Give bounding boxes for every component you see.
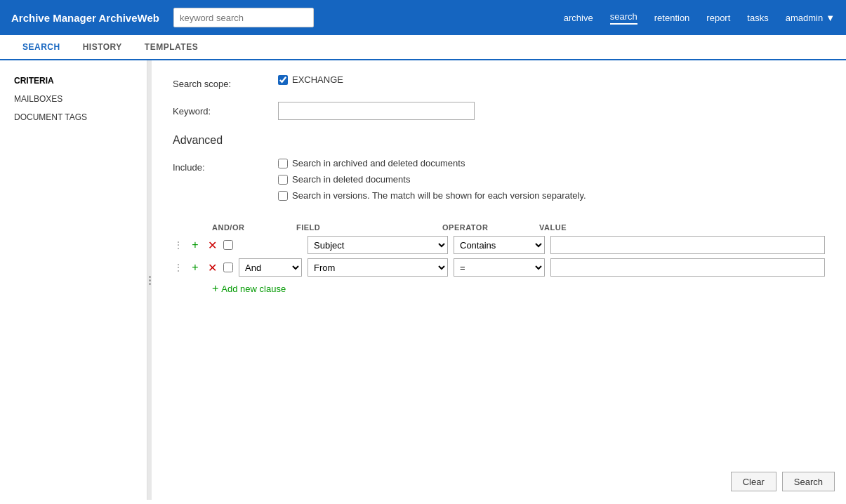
header-nav: archive search retention report tasks am… xyxy=(564,11,835,25)
search-scope-row: Search scope: EXCHANGE xyxy=(173,74,825,91)
clause-andor-select-1[interactable]: And Or xyxy=(239,258,302,277)
col-operator-label: OPERATOR xyxy=(442,223,534,232)
exchange-checkbox[interactable] xyxy=(278,75,288,85)
col-value-label: VALUE xyxy=(539,223,825,232)
nav-report[interactable]: report xyxy=(706,13,730,23)
clause-section: AND/OR FIELD OPERATOR VALUE ⋮ + ✕ xyxy=(173,223,825,295)
col-andor-label: AND/OR xyxy=(212,223,275,232)
tabs-bar: SEARCH HISTORY TEMPLATES xyxy=(0,35,846,60)
clause-row-1: ⋮ + ✕ And Or Subject From To Date Body xyxy=(173,258,825,277)
include-option-0: Search in archived and deleted documents xyxy=(278,158,825,168)
resize-dot xyxy=(149,279,151,281)
tab-history[interactable]: HISTORY xyxy=(72,35,133,59)
include-option-1: Search in deleted documents xyxy=(278,174,825,185)
drag-handle-icon-1[interactable]: ⋮ xyxy=(173,262,184,273)
include-label-0: Search in archived and deleted documents xyxy=(292,158,465,168)
chevron-down-icon: ▼ xyxy=(826,13,835,23)
sidebar-item-mailboxes[interactable]: MAILBOXES xyxy=(0,90,147,108)
clause-header: AND/OR FIELD OPERATOR VALUE xyxy=(173,223,825,232)
sidebar-item-document-tags[interactable]: DOCUMENT TAGS xyxy=(0,108,147,126)
content-wrapper: Search scope: EXCHANGE Keyword: Advanced xyxy=(152,60,846,500)
clause-checkbox-0[interactable] xyxy=(223,240,233,250)
resize-dot xyxy=(149,276,151,278)
remove-clause-row-1-button[interactable]: ✕ xyxy=(206,261,218,274)
search-scope-label: Search scope: xyxy=(173,74,278,89)
include-checkbox-2[interactable] xyxy=(278,191,288,201)
keyword-label: Keyword: xyxy=(173,102,278,117)
keyword-control xyxy=(278,102,825,120)
search-button[interactable]: Search xyxy=(782,472,835,491)
nav-amadmin[interactable]: amadmin ▼ xyxy=(786,13,835,23)
sidebar: CRITERIA MAILBOXES DOCUMENT TAGS xyxy=(0,60,147,500)
clause-field-select-1[interactable]: Subject From To Date Body xyxy=(308,258,448,277)
app-title: Archive Manager ArchiveWeb xyxy=(11,12,159,24)
header: Archive Manager ArchiveWeb archive searc… xyxy=(0,0,846,35)
search-scope-control: EXCHANGE xyxy=(278,74,825,91)
clause-operator-select-0[interactable]: Contains Does not contain = != xyxy=(454,236,545,254)
main-layout: CRITERIA MAILBOXES DOCUMENT TAGS Search … xyxy=(0,60,846,500)
add-clause-label: Add new clause xyxy=(221,284,286,294)
add-clause-row-0-button[interactable]: + xyxy=(190,239,201,251)
clause-value-input-1[interactable]: amadmin xyxy=(550,258,825,277)
footer: Clear Search xyxy=(720,463,846,500)
exchange-checkbox-row: EXCHANGE xyxy=(278,74,825,85)
col-field-label: FIELD xyxy=(296,223,437,232)
content: Search scope: EXCHANGE Keyword: Advanced xyxy=(152,60,846,309)
include-label: Include: xyxy=(173,158,278,173)
clause-row-0: ⋮ + ✕ Subject From To Date Body xyxy=(173,236,825,254)
drag-handle-icon[interactable]: ⋮ xyxy=(173,239,184,251)
add-new-clause-button[interactable]: + Add new clause xyxy=(173,282,825,295)
include-label-1: Search in deleted documents xyxy=(292,174,410,185)
clause-checkbox-1[interactable] xyxy=(223,263,233,272)
add-clause-plus-icon: + xyxy=(212,282,218,295)
nav-tasks[interactable]: tasks xyxy=(747,13,768,23)
include-row: Include: Search in archived and deleted … xyxy=(173,158,825,206)
nav-retention[interactable]: retention xyxy=(654,13,690,23)
nav-archive[interactable]: archive xyxy=(564,13,593,23)
advanced-title: Advanced xyxy=(173,134,825,147)
exchange-label: EXCHANGE xyxy=(292,74,343,85)
tab-search[interactable]: SEARCH xyxy=(11,35,72,60)
clause-value-input-0[interactable]: them xyxy=(550,236,825,254)
resize-dot xyxy=(149,283,151,285)
nav-search[interactable]: search xyxy=(610,11,637,25)
include-option-2: Search in versions. The match will be sh… xyxy=(278,190,825,201)
include-checkbox-0[interactable] xyxy=(278,159,288,168)
keyword-input[interactable] xyxy=(278,102,475,120)
include-options: Search in archived and deleted documents… xyxy=(278,158,825,206)
add-clause-row-1-button[interactable]: + xyxy=(190,261,201,274)
remove-clause-row-0-button[interactable]: ✕ xyxy=(206,239,218,252)
keyword-search-input[interactable] xyxy=(173,8,314,27)
include-checkbox-1[interactable] xyxy=(278,175,288,185)
clause-operator-select-1[interactable]: Contains Does not contain = != xyxy=(454,258,545,277)
clause-field-select-0[interactable]: Subject From To Date Body xyxy=(308,236,448,254)
sidebar-item-criteria[interactable]: CRITERIA xyxy=(0,72,147,90)
tab-templates[interactable]: TEMPLATES xyxy=(133,35,209,59)
keyword-row: Keyword: xyxy=(173,102,825,120)
include-label-2: Search in versions. The match will be sh… xyxy=(292,190,586,201)
clear-button[interactable]: Clear xyxy=(731,472,776,491)
